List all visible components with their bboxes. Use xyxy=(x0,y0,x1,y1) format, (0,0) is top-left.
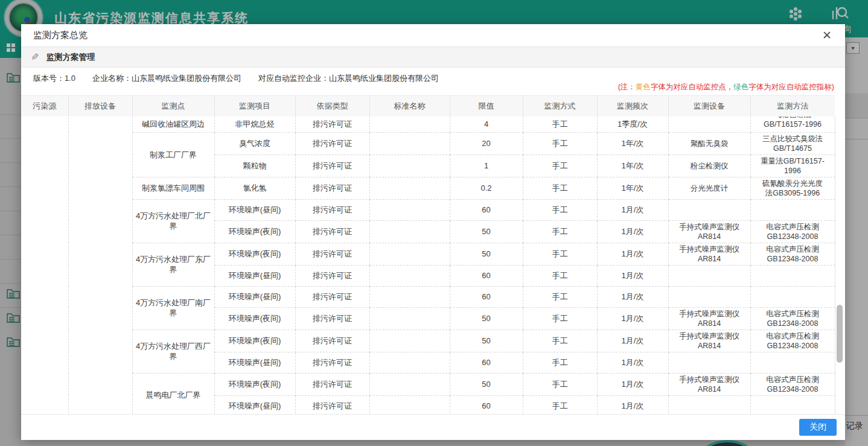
section-header: ✎ 监测方案管理 xyxy=(21,46,845,68)
modal-titlebar: 监测方案总览 ✕ xyxy=(21,24,845,46)
monitor-point-cell: 4万方污水处理厂南厂界 xyxy=(132,286,214,330)
basis-type-cell: 排污许可证 xyxy=(295,199,369,220)
monitor-method-cell xyxy=(750,286,835,307)
monitor-item-cell: 环境噪声(昼间) xyxy=(214,286,295,307)
limit-cell: 60 xyxy=(450,265,523,286)
monitor-point-cell: 制浆工厂厂界 xyxy=(132,132,214,177)
basis-type-cell: 排污许可证 xyxy=(295,116,369,132)
column-header: 监测项目 xyxy=(214,96,295,117)
column-header: 监测方法 xyxy=(750,96,835,117)
table-scroll-viewport[interactable]: 碱回收油罐区周边非甲烷总烃排污许可证4手工1季度/次气相色谱法GB/T16157… xyxy=(21,116,845,414)
monitor-point-cell: 4万方污水处理厂西厂界 xyxy=(132,330,214,373)
standard-name-cell xyxy=(369,307,450,330)
version-label: 版本号：1.0 xyxy=(33,74,75,83)
monitor-method-cell: 电容式声压检测GB12348-2008 xyxy=(750,373,835,395)
limit-cell: 20 xyxy=(450,132,523,155)
discharge-equipment-cell xyxy=(68,116,132,414)
monitor-equipment-cell: 分光光度计 xyxy=(668,177,750,199)
limit-cell: 50 xyxy=(450,330,523,352)
auto-company-label: 对应自动监控企业：山东晨鸣纸业集团股份有限公司 xyxy=(258,74,439,83)
monitor-equipment-cell: 手持式噪声监测仪AR814 xyxy=(668,373,750,395)
basis-type-cell: 排污许可证 xyxy=(295,330,369,352)
monitor-method-cell xyxy=(750,395,835,414)
column-header: 监测频次 xyxy=(597,96,668,117)
monitor-mode-cell: 手工 xyxy=(523,116,597,132)
monitor-mode-cell: 手工 xyxy=(523,395,597,414)
monitor-item-cell: 环境噪声(昼间) xyxy=(214,352,295,373)
basis-type-cell: 排污许可证 xyxy=(295,177,369,199)
monitor-equipment-cell xyxy=(668,265,750,286)
pollution-source-cell xyxy=(21,116,68,414)
monitor-freq-cell: 1年/次 xyxy=(597,155,668,177)
basis-type-cell: 排污许可证 xyxy=(295,155,369,177)
screen: 山东省污染源监测信息共享系统 xyxy=(0,0,868,446)
monitor-method-cell: 重量法GB/T16157-1996 xyxy=(750,155,835,177)
monitor-mode-cell: 手工 xyxy=(523,265,597,286)
standard-name-cell xyxy=(369,220,450,243)
monitor-freq-cell: 1月/次 xyxy=(597,395,668,414)
limit-cell: 60 xyxy=(450,395,523,414)
column-header: 排放设备 xyxy=(68,96,132,117)
monitor-freq-cell: 1月/次 xyxy=(597,243,668,265)
table-row: 4万方污水处理厂南厂界环境噪声(昼间)排污许可证60手工1月/次 xyxy=(21,286,835,307)
monitor-item-cell: 环境噪声(昼间) xyxy=(214,199,295,220)
monitor-freq-cell: 1月/次 xyxy=(597,265,668,286)
modal-footer: 关闭 xyxy=(21,414,845,440)
monitor-mode-cell: 手工 xyxy=(523,286,597,307)
monitor-freq-cell: 1月/次 xyxy=(597,220,668,243)
monitor-mode-cell: 手工 xyxy=(523,373,597,395)
scrollbar-thumb[interactable] xyxy=(837,305,843,363)
close-icon[interactable]: ✕ xyxy=(822,30,832,41)
monitor-mode-cell: 手工 xyxy=(523,199,597,220)
monitoring-plan-modal: 监测方案总览 ✕ ✎ 监测方案管理 版本号：1.0企业名称：山东晨鸣纸业集团股份… xyxy=(21,24,845,440)
column-header: 监测设备 xyxy=(668,96,750,117)
monitor-item-cell: 环境噪声(夜间) xyxy=(214,243,295,265)
plan-info: 版本号：1.0企业名称：山东晨鸣纸业集团股份有限公司对应自动监控企业：山东晨鸣纸… xyxy=(33,73,456,84)
monitor-equipment-cell: 手持式噪声监测仪AR814 xyxy=(668,330,750,352)
monitor-item-cell: 环境噪声(夜间) xyxy=(214,373,295,395)
column-header: 限值 xyxy=(450,96,523,117)
monitor-freq-cell: 1月/次 xyxy=(597,373,668,395)
monitor-equipment-cell: 聚酯无臭袋 xyxy=(668,132,750,155)
limit-cell: 60 xyxy=(450,352,523,373)
color-legend-note: (注：黄色字体为对应自动监控点，绿色字体为对应自动监控指标) xyxy=(618,82,834,92)
standard-name-cell xyxy=(369,155,450,177)
standard-name-cell xyxy=(369,373,450,395)
monitor-freq-cell: 1月/次 xyxy=(597,330,668,352)
limit-cell: 1 xyxy=(450,155,523,177)
standard-name-cell xyxy=(369,132,450,155)
monitor-mode-cell: 手工 xyxy=(523,352,597,373)
column-header: 标准名称 xyxy=(369,96,450,117)
monitor-method-cell: 电容式声压检测GB12348-2008 xyxy=(750,330,835,352)
monitor-mode-cell: 手工 xyxy=(523,132,597,155)
monitor-equipment-cell: 手持式噪声监测仪AR814 xyxy=(668,243,750,265)
standard-name-cell xyxy=(369,286,450,307)
monitor-method-cell xyxy=(750,199,835,220)
monitor-mode-cell: 手工 xyxy=(523,177,597,199)
monitor-point-cell: 制浆氯漂车间周围 xyxy=(132,177,214,199)
monitor-method-cell: 三点比较式臭袋法GB/T14675 xyxy=(750,132,835,155)
standard-name-cell xyxy=(369,177,450,199)
monitor-equipment-cell xyxy=(668,352,750,373)
table-row: 制浆氯漂车间周围氯化氢排污许可证0.2手工1年/次分光光度计硫氰酸汞分光光度法G… xyxy=(21,177,835,199)
limit-cell: 50 xyxy=(450,220,523,243)
monitor-method-cell: 硫氰酸汞分光光度法GB3095-1996 xyxy=(750,177,835,199)
limit-cell: 0.2 xyxy=(450,177,523,199)
table-row: 制浆工厂厂界臭气浓度排污许可证20手工1年/次聚酯无臭袋三点比较式臭袋法GB/T… xyxy=(21,132,835,155)
close-button[interactable]: 关闭 xyxy=(799,419,837,436)
monitor-point-cell: 碱回收油罐区周边 xyxy=(132,116,214,132)
monitoring-table-body: 碱回收油罐区周边非甲烷总烃排污许可证4手工1季度/次气相色谱法GB/T16157… xyxy=(21,116,835,414)
standard-name-cell xyxy=(369,199,450,220)
limit-cell: 50 xyxy=(450,307,523,330)
monitor-method-cell: 气相色谱法GB/T16157-1996 xyxy=(750,116,835,132)
table-row: 4万方污水处理厂东厂界环境噪声(夜间)排污许可证50手工1月/次手持式噪声监测仪… xyxy=(21,243,835,265)
monitor-mode-cell: 手工 xyxy=(523,220,597,243)
modal-title: 监测方案总览 xyxy=(33,30,88,41)
monitor-equipment-cell: 手持式噪声监测仪AR814 xyxy=(668,220,750,243)
table-row: 晨鸣电厂北厂界环境噪声(夜间)排污许可证50手工1月/次手持式噪声监测仪AR81… xyxy=(21,373,835,395)
standard-name-cell xyxy=(369,330,450,352)
monitor-point-cell: 4万方污水处理厂东厂界 xyxy=(132,243,214,286)
basis-type-cell: 排污许可证 xyxy=(295,220,369,243)
table-row: 4万方污水处理厂北厂界环境噪声(昼间)排污许可证60手工1月/次 xyxy=(21,199,835,220)
table-row: 4万方污水处理厂西厂界环境噪声(夜间)排污许可证50手工1月/次手持式噪声监测仪… xyxy=(21,330,835,352)
